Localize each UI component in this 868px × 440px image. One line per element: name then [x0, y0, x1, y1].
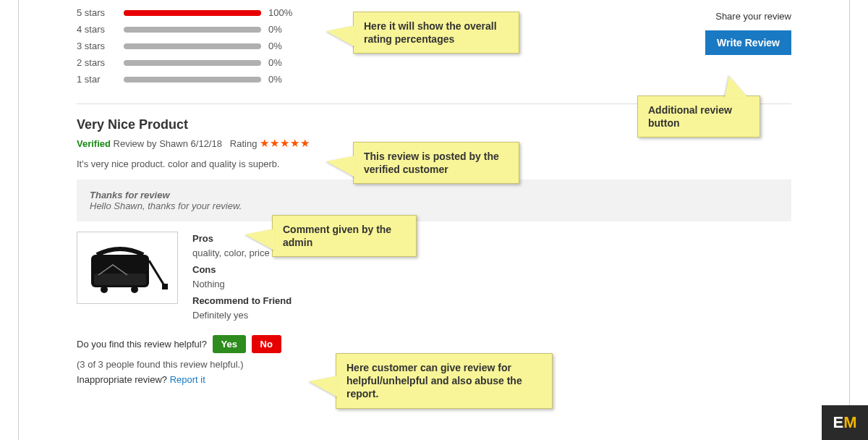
rating-row-2: 2 stars 0%: [77, 57, 308, 68]
callout-text: Here it will show the overall rating per…: [364, 20, 497, 45]
review-details: Pros quality, color, price Cons Nothing …: [77, 232, 791, 325]
rating-row-3: 3 stars 0%: [77, 41, 308, 51]
rating-row-1: 1 star 0%: [77, 74, 308, 85]
review-author: Shawn: [159, 138, 188, 149]
rating-label: Rating: [230, 138, 258, 149]
rating-pct: 0%: [268, 24, 297, 35]
rating-label: 5 stars: [77, 7, 116, 18]
helpful-yes-button[interactable]: Yes: [213, 335, 246, 353]
rating-label: 4 stars: [77, 24, 116, 35]
rating-pct: 0%: [268, 41, 297, 51]
recommend-value: Definitely yes: [192, 308, 292, 323]
logo-e: E: [833, 413, 843, 432]
callout-write-button: Additional review button: [637, 96, 760, 138]
inappropriate-label: Inappropriate review?: [77, 374, 167, 385]
callout-tail-icon: [326, 156, 355, 177]
bar-track: [124, 10, 261, 16]
callout-verified: This review is posted by the verified cu…: [353, 142, 519, 184]
rating-pct: 0%: [268, 74, 297, 85]
admin-comment: Thanks for review Hello Shawn, thanks fo…: [77, 179, 791, 221]
rating-row-4: 4 stars 0%: [77, 24, 308, 35]
callout-text: This review is posted by the verified cu…: [364, 151, 499, 175]
verified-badge: Verified: [77, 138, 111, 149]
admin-comment-title: Thanks for review: [90, 190, 778, 200]
rating-pct: 100%: [268, 7, 297, 18]
report-link[interactable]: Report it: [170, 374, 205, 385]
helpful-no-button[interactable]: No: [252, 335, 281, 353]
rating-label: 3 stars: [77, 41, 116, 51]
star-icon: ★★★★★: [260, 137, 310, 149]
rating-bars: 5 stars 100% 4 stars 0% 3 stars 0% 2 sta…: [77, 7, 308, 90]
callout-tail-icon: [309, 376, 338, 397]
product-image: [77, 232, 178, 304]
callout-text: Additional review button: [648, 104, 732, 129]
admin-comment-body: Hello Shawn, thanks for your review.: [90, 200, 778, 211]
bar-track: [124, 77, 261, 82]
recommend-label: Recommend to Friend: [192, 294, 292, 308]
svg-point-2: [101, 286, 108, 293]
review-date: 6/12/18: [191, 138, 222, 149]
write-review-button[interactable]: Write Review: [705, 30, 791, 55]
cons-label: Cons: [192, 263, 292, 277]
callout-tail-icon: [725, 76, 748, 98]
bar-fill: [124, 10, 261, 16]
share-text: Share your review: [705, 11, 791, 22]
callout-admin: Comment given by the admin: [272, 215, 417, 257]
bar-track: [124, 60, 261, 66]
cons-value: Nothing: [192, 277, 292, 292]
share-block: Share your review Write Review: [705, 7, 791, 90]
logo-m: M: [843, 413, 856, 432]
callout-tail-icon: [326, 25, 355, 47]
rating-row-5: 5 stars 100%: [77, 7, 308, 18]
rating-label: 1 star: [77, 74, 116, 85]
helpful-question: Do you find this review helpful?: [77, 339, 207, 350]
svg-line-4: [149, 261, 165, 287]
meta-prefix: Review by: [114, 138, 157, 149]
svg-point-3: [131, 286, 138, 293]
bag-icon: [84, 239, 171, 297]
callout-text: Comment given by the admin: [283, 224, 391, 248]
em-logo: EM: [822, 405, 868, 440]
callout-helpful: Here customer can give review for helpfu…: [336, 353, 553, 409]
rating-label: 2 stars: [77, 57, 116, 68]
bar-track: [124, 27, 261, 33]
rating-pct: 0%: [268, 57, 297, 68]
callout-text: Here customer can give review for helpfu…: [346, 362, 522, 399]
svg-rect-5: [162, 284, 168, 289]
callout-tail-icon: [245, 229, 274, 250]
bar-track: [124, 43, 261, 49]
svg-rect-1: [94, 274, 146, 285]
callout-ratings: Here it will show the overall rating per…: [353, 12, 519, 54]
